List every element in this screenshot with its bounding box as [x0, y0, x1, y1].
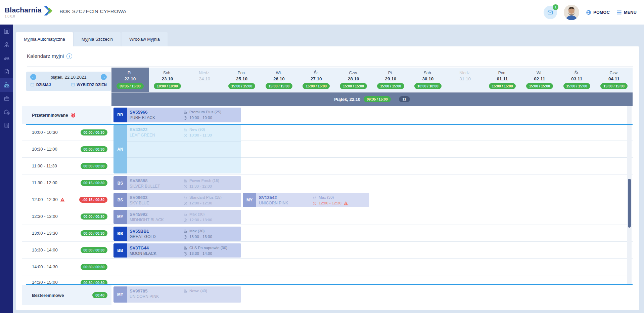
slot-usage-badge: -00:15 / 00:30 — [79, 197, 107, 203]
document-icon — [3, 68, 10, 75]
day-column[interactable]: Śr. 03.11 15:00 / 15:00 — [558, 68, 595, 92]
event-lane-tag: MY — [113, 210, 127, 224]
date-navigation: ← piątek, 22.10.2021 → DZISIAJ WYBIERZ D… — [26, 72, 111, 91]
event-lane-tag: MY — [113, 286, 127, 303]
list-icon — [3, 28, 10, 35]
time-slot-row[interactable]: 12:30 - 13:00 00:00 / 00:30 — [22, 208, 111, 225]
event-card[interactable]: BB SV55BB1 GREAT GOLD Max (30) 13:00 - 1… — [113, 227, 241, 241]
sidebar-item-invoices[interactable] — [0, 119, 13, 132]
event-lane-tag: BS — [113, 176, 127, 190]
time-slot-row[interactable]: 13:30 - 14:00 00:00 / 00:30 — [22, 242, 111, 259]
today-button[interactable]: DZISIAJ — [30, 82, 51, 87]
event-service: Standard Plus (15) — [183, 195, 238, 200]
day-column[interactable]: Wt. 26.10 15:00 / 15:00 — [260, 68, 297, 92]
clock-icon — [183, 252, 187, 256]
day-hours-badge: 15:00 / 15:00 — [489, 83, 516, 89]
day-column[interactable]: Pon. 01.11 15:00 / 15:00 — [484, 68, 521, 92]
clock-icon — [183, 133, 187, 138]
calendar-icon — [30, 82, 35, 87]
grid-row[interactable] — [111, 259, 633, 275]
help-button[interactable]: POMOC — [586, 10, 610, 15]
slot-usage-badge: 00:30 / 00:30 — [81, 264, 107, 270]
scrollbar-thumb[interactable] — [628, 179, 631, 228]
sidebar-item-service-history[interactable] — [0, 105, 13, 119]
sidebar-item-services[interactable] — [0, 92, 13, 105]
previous-day-button[interactable]: ← — [30, 74, 36, 80]
sidebar-item-clients[interactable] — [0, 38, 13, 51]
time-slot-row[interactable]: 10:30 - 11:00 00:00 / 00:30 — [22, 141, 111, 158]
time-slot-row[interactable]: 11:00 - 11:30 00:00 / 00:30 — [22, 158, 111, 174]
globe-icon — [586, 10, 591, 15]
choose-day-button[interactable]: WYBIERZ DZIEŃ — [71, 82, 107, 87]
day-column[interactable]: Niedz. 24.10 — [186, 68, 223, 92]
event-vehicle: PURE BLACK — [130, 115, 183, 121]
selected-day-count-badge: 11 — [399, 96, 410, 102]
time-slot-row[interactable]: 14:30 - 15:00 00:30 / 00:30 — [22, 275, 111, 284]
event-card[interactable]: MY SV99785 UNICORN PINK Nowe (40) — [113, 286, 241, 303]
slot-usage-badge: 00:00 / 00:30 — [81, 146, 107, 152]
day-column[interactable]: Sob. 30.10 10:00 / 10:00 — [409, 68, 447, 92]
event-card[interactable]: BB SV55966 PURE BLACK Premium Plus (25) … — [113, 108, 241, 122]
day-column[interactable]: Pon. 25.10 15:00 / 15:00 — [223, 68, 261, 92]
event-card[interactable]: BS SV09633 SKY BLUE Standard Plus (15) 1… — [113, 193, 241, 207]
untimed-row[interactable]: Beztereminowe 00:40 — [22, 285, 111, 305]
event-time: 12:30 - 13:00 — [183, 217, 238, 223]
event-time: 12:00 - 12:30 — [183, 200, 238, 206]
envelope-icon — [547, 9, 553, 15]
top-bar: Blacharnia 1.0.0.0 BOK SZCZECIN CYFROWA … — [0, 0, 644, 25]
next-day-button[interactable]: → — [101, 74, 107, 80]
event-card[interactable]: MY SV45992 MIDNIGHT BLACK Max (30) 12:30… — [113, 210, 241, 224]
time-slot-row[interactable]: 10:00 - 10:30 00:00 / 00:30 — [22, 124, 111, 141]
event-service: Max (30) — [313, 195, 366, 200]
event-card[interactable]: MY SV12542 UNICORN PINK Max (30) 12:00 -… — [243, 193, 369, 207]
day-column[interactable]: Pt. 22.10 09:35 / 15:00 — [111, 68, 149, 92]
day-hours-badge: 15:00 / 15:00 — [526, 83, 553, 89]
day-column[interactable]: Sob. 23.10 10:00 / 10:00 — [149, 68, 186, 92]
event-plate: SV99785 — [130, 288, 183, 294]
day-column[interactable]: Pt. 29.10 15:00 / 15:00 — [372, 68, 409, 92]
event-card[interactable]: AN SV43522 LEAF GREEN New (90) 10:00 - 1… — [113, 125, 241, 173]
brand-chevron-logo-icon — [43, 6, 55, 17]
briefcase-clock-icon — [3, 109, 10, 115]
day-column[interactable]: Wt. 02.11 15:00 / 15:00 — [521, 68, 558, 92]
event-vehicle: UNICORN PINK — [259, 200, 313, 206]
sidebar-item-orders[interactable] — [0, 25, 13, 38]
day-column[interactable]: Niedz. 31.10 — [447, 68, 484, 92]
day-hours-badge: 15:00 / 15:00 — [303, 83, 329, 89]
day-hours-badge: 09:35 / 15:00 — [117, 83, 143, 89]
current-date-label: piątek, 22.10.2021 — [51, 75, 87, 80]
sidebar-item-vehicles[interactable] — [0, 51, 13, 65]
time-slot-row[interactable]: 11:30 - 12:00 00:15 / 00:30 — [22, 174, 111, 191]
brand-version: 1.0.0.0 — [5, 15, 41, 18]
tab-myjnia-szczecin[interactable]: Myjnia Szczecin — [74, 32, 121, 46]
sidebar-item-documents[interactable] — [0, 65, 13, 78]
notifications-button[interactable]: 1 — [544, 6, 557, 19]
untimed-total-badge: 00:40 — [92, 292, 107, 298]
warning-icon — [343, 201, 348, 205]
event-card[interactable]: BB SV3TG44 MOON BLACK CLS Po naprawie (3… — [113, 243, 241, 258]
event-time: 11:30 - 12:00 — [183, 184, 238, 189]
row-hairline — [127, 157, 241, 158]
time-slot-row[interactable]: 12:00 - 12:30 -00:15 / 00:30 — [22, 191, 111, 208]
day-hours-badge: 15:00 / 15:00 — [377, 83, 404, 89]
tab-myjnia-automatyczna[interactable]: Myjnia Automatyczna — [16, 32, 73, 46]
user-avatar[interactable] — [564, 5, 579, 20]
slot-usage-badge: 00:00 / 00:30 — [81, 247, 107, 253]
day-hours-badge: 15:00 / 15:00 — [340, 83, 367, 89]
menu-button[interactable]: MENU — [616, 10, 637, 15]
time-slot-row[interactable]: 14:00 - 14:30 00:30 / 00:30 — [22, 259, 111, 275]
day-column[interactable]: Czw. 04.11 15:00 / 15:00 — [595, 68, 633, 92]
person-icon — [3, 41, 10, 48]
event-time: 10:00 - 10:30 — [183, 115, 238, 121]
tab-wroclaw-myjnia[interactable]: Wrocław Myjnia — [122, 32, 168, 46]
event-vehicle: MIDNIGHT BLACK — [130, 217, 183, 223]
event-lane-tag: BB — [113, 243, 127, 258]
event-card[interactable]: BS SV88888 SILVER BULLET Power Fresh (15… — [113, 176, 241, 190]
day-column[interactable]: Czw. 28.10 15:00 / 15:00 — [335, 68, 372, 92]
overdue-row[interactable]: Przeterminowane — [22, 106, 111, 124]
sidebar-item-car-wash[interactable] — [0, 78, 13, 92]
day-column[interactable]: Śr. 27.10 15:00 / 15:00 — [297, 68, 335, 92]
grid-row[interactable] — [111, 275, 633, 284]
info-icon[interactable]: i — [66, 53, 72, 59]
time-slot-row[interactable]: 13:00 - 13:30 00:00 / 00:30 — [22, 225, 111, 242]
